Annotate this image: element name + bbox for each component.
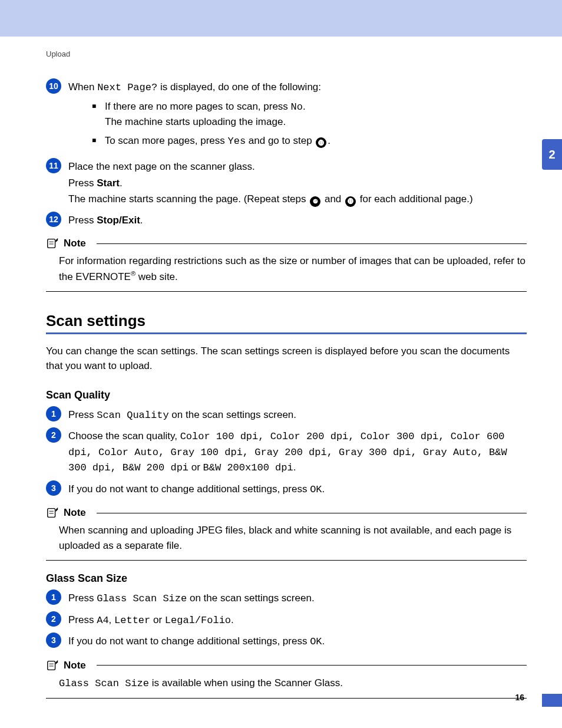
- code-text: Next Page?: [97, 82, 157, 93]
- step-ref-11: ⓫: [345, 196, 356, 207]
- note-rule: [97, 665, 527, 666]
- bold-text: Stop/Exit: [97, 215, 140, 226]
- step-number-10: 10: [46, 78, 61, 94]
- code-text: No: [291, 101, 303, 113]
- text: .: [328, 135, 330, 146]
- note-text: For information regarding restrictions s…: [59, 255, 525, 282]
- step-ref-11: ⓫: [316, 137, 326, 148]
- text: Press: [68, 215, 97, 226]
- text: on the scan settings screen.: [169, 409, 296, 420]
- quality-step-2: 2 Choose the scan quality, Color 100 dpi…: [46, 429, 527, 477]
- text: .: [293, 462, 296, 473]
- text: or: [189, 462, 203, 473]
- text: and: [322, 193, 344, 205]
- page-number: 16: [515, 693, 524, 702]
- glass-step-3: 3 If you do not want to change additiona…: [46, 634, 527, 651]
- step-number-12: 12: [46, 212, 61, 227]
- code-text: B&W 200x100 dpi: [203, 462, 293, 473]
- note-icon: [46, 237, 59, 250]
- code-text: Glass Scan Size: [59, 678, 149, 689]
- step-11: 11 Place the next page on the scanner gl…: [46, 159, 527, 208]
- code-text: OK: [310, 484, 322, 495]
- svg-rect-0: [48, 239, 55, 248]
- code-text: A4: [97, 615, 108, 626]
- step-number-2: 2: [46, 427, 61, 443]
- step-12: 12 Press Stop/Exit.: [46, 213, 527, 229]
- text: If you do not want to change additional …: [68, 483, 310, 495]
- text: ,: [109, 614, 114, 625]
- step-number-11: 11: [46, 158, 61, 173]
- note-rule: [97, 243, 527, 244]
- svg-rect-3: [48, 509, 55, 518]
- text: and go to step: [246, 135, 315, 146]
- step-number-1: 1: [46, 589, 61, 605]
- page-content: Upload 2 10 When Next Page? is displayed…: [0, 37, 562, 699]
- note-text: When scanning and uploading JPEG files, …: [59, 523, 527, 553]
- chapter-tab: 2: [542, 139, 562, 170]
- text: for each additional page.): [357, 193, 473, 205]
- code-text: Glass Scan Size: [97, 593, 187, 604]
- note-title: Note: [64, 660, 86, 671]
- note-close-rule: [46, 560, 527, 561]
- step-number-2: 2: [46, 611, 61, 627]
- note-title: Note: [64, 507, 86, 519]
- text: .: [120, 177, 123, 189]
- section-intro: You can change the scan settings. The sc…: [46, 344, 527, 374]
- registered-mark: ®: [131, 270, 135, 277]
- step-ref-10: ❿: [310, 196, 320, 207]
- note-block: Note Glass Scan Size is available when u…: [46, 659, 527, 699]
- text: If there are no more pages to scan, pres…: [105, 101, 291, 112]
- note-title: Note: [64, 238, 86, 249]
- bold-text: Start: [97, 177, 120, 189]
- text: If you do not want to change additional …: [68, 635, 310, 647]
- breadcrumb: Upload: [46, 50, 527, 58]
- bullet-item: If there are no more pages to scan, pres…: [92, 99, 527, 130]
- text: Press: [68, 592, 97, 604]
- step-number-3: 3: [46, 633, 61, 648]
- footer-accent: [542, 694, 562, 707]
- text: Choose the scan quality,: [68, 430, 180, 442]
- quality-step-3: 3 If you do not want to change additiona…: [46, 482, 527, 499]
- code-text: Scan Quality: [97, 410, 168, 421]
- note-close-rule: [46, 291, 527, 292]
- text: The machine starts scanning the page. (R…: [68, 193, 309, 205]
- text: .: [322, 635, 325, 647]
- note-block: Note When scanning and uploading JPEG fi…: [46, 506, 527, 561]
- note-text: web site.: [135, 271, 178, 282]
- quality-step-1: 1 Press Scan Quality on the scan setting…: [46, 407, 527, 424]
- sub-text: The machine starts uploading the image.: [105, 114, 527, 130]
- text: Place the next page on the scanner glass…: [68, 159, 527, 174]
- text: .: [322, 483, 325, 495]
- note-block: Note For information regarding restricti…: [46, 237, 527, 292]
- text: .: [140, 215, 143, 226]
- note-icon: [46, 659, 59, 672]
- note-icon: [46, 506, 59, 519]
- glass-step-1: 1 Press Glass Scan Size on the scan sett…: [46, 591, 527, 608]
- code-text: Legal/Folio: [165, 615, 231, 626]
- text: is displayed, do one of the following:: [157, 81, 321, 93]
- step-10: 10 When Next Page? is displayed, do one …: [46, 80, 527, 154]
- subheading-glass-scan-size: Glass Scan Size: [46, 572, 527, 585]
- code-text: Yes: [228, 136, 246, 147]
- code-text: OK: [310, 636, 322, 647]
- text: To scan more pages, press: [105, 135, 228, 146]
- section-heading-scan-settings: Scan settings: [46, 312, 527, 330]
- text: Press: [68, 614, 97, 625]
- bullet-item: To scan more pages, press Yes and go to …: [92, 133, 527, 149]
- top-banner: [0, 0, 562, 37]
- text: or: [150, 614, 165, 625]
- glass-step-2: 2 Press A4, Letter or Legal/Folio.: [46, 612, 527, 630]
- subheading-scan-quality: Scan Quality: [46, 389, 527, 401]
- text: on the scan settings screen.: [187, 592, 314, 604]
- text: When: [68, 81, 97, 93]
- svg-rect-6: [48, 661, 55, 670]
- text: .: [231, 614, 234, 625]
- note-text: is available when using the Scanner Glas…: [149, 677, 343, 689]
- step-number-3: 3: [46, 480, 61, 496]
- code-text: Letter: [114, 615, 150, 626]
- text: .: [303, 101, 306, 112]
- text: Press: [68, 177, 97, 189]
- note-close-rule: [46, 698, 527, 699]
- note-rule: [97, 513, 527, 513]
- section-rule: [46, 332, 527, 334]
